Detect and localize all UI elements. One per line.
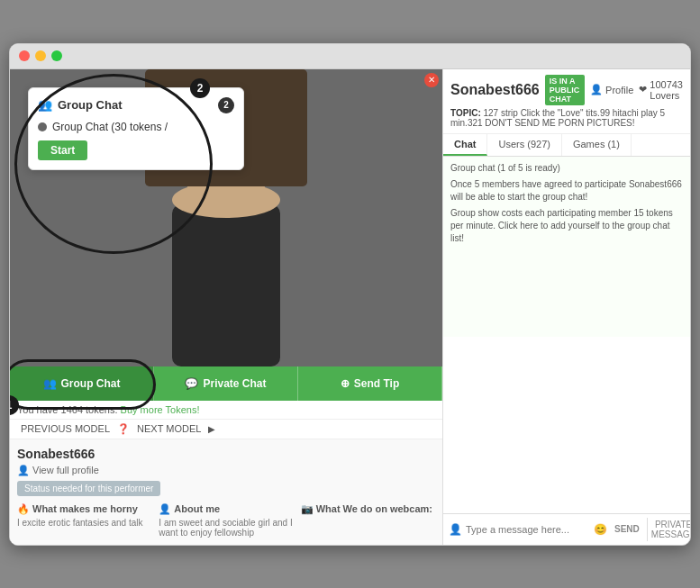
close-video-button[interactable]: ✕ — [424, 73, 439, 87]
view-profile[interactable]: 👤 View full profile — [17, 465, 435, 476]
send-tip-label: Send Tip — [354, 377, 399, 390]
overlay-title: 👥 Group Chat — [38, 98, 123, 112]
heart-icon: ❤ — [639, 84, 647, 95]
group-chat-icon: 👥 — [43, 377, 57, 390]
chat-area: Group chat (1 of 5 is ready) Once 5 memb… — [443, 157, 690, 337]
action-bar: 👥 Group Chat 💬 Private Chat ⊕ Send Tip 1 — [10, 366, 442, 401]
close-traffic-light[interactable] — [19, 50, 30, 61]
start-button[interactable]: Start — [38, 140, 87, 160]
send-tip-icon: ⊕ — [341, 377, 350, 390]
title-bar — [10, 44, 690, 69]
person-icon: 👤 — [17, 465, 30, 476]
right-panel: Sonabest666 IS IN A PUBLIC CHAT 👤 Profil… — [442, 69, 690, 545]
overlay-title-text: Group Chat — [58, 98, 123, 112]
buy-tokens-link[interactable]: Buy more Tokens! — [121, 404, 200, 415]
previous-model-link[interactable]: PREVIOUS MODEL — [21, 423, 110, 434]
group-chat-overlay: 👥 Group Chat 2 Group Chat (30 tokens / S… — [28, 87, 244, 170]
overlay-option: Group Chat (30 tokens / — [38, 121, 234, 133]
public-badge: IS IN A PUBLIC CHAT — [545, 75, 585, 105]
left-panel: ✕ 👥 Group Chat 2 Group Chat (30 tokens / — [10, 69, 442, 545]
token-count: You have 1464 tokens. — [17, 404, 118, 415]
group-chat-label: Group Chat — [61, 377, 121, 390]
tab-games[interactable]: Games (1) — [562, 134, 632, 156]
svg-point-3 — [172, 182, 280, 218]
token-bar: You have 1464 tokens. Buy more Tokens! — [10, 401, 442, 419]
tab-users[interactable]: Users (927) — [487, 134, 561, 156]
overlay-option-label: Group Chat (30 tokens / — [52, 121, 168, 133]
about-title: 👤 About me — [159, 503, 293, 515]
main-content: ✕ 👥 Group Chat 2 Group Chat (30 tokens / — [10, 69, 690, 545]
chat-message-2: Once 5 members have agreed to participat… — [450, 178, 683, 204]
person-icon-input: 👤 — [449, 523, 462, 536]
group-chat-button[interactable]: 👥 Group Chat — [10, 366, 154, 401]
private-chat-label: Private Chat — [203, 377, 266, 390]
profile-icon: 👤 — [590, 84, 603, 95]
webcam-col: 📷 What We do on webcam: — [301, 503, 435, 538]
next-model-link[interactable]: NEXT MODEL — [137, 423, 201, 434]
overlay-header: 👥 Group Chat 2 — [38, 97, 234, 113]
right-header: Sonabest666 IS IN A PUBLIC CHAT 👤 Profil… — [443, 69, 690, 134]
svg-rect-2 — [172, 204, 280, 366]
send-button[interactable]: SEND — [611, 522, 643, 536]
profile-link[interactable]: 👤 Profile — [590, 84, 633, 95]
topic-text: 127 strip Click the "Love" tits.99 hitac… — [450, 108, 665, 128]
chat-message-1: Group chat (1 of 5 is ready) — [450, 162, 683, 175]
chat-text-1: Group chat (1 of 5 is ready) — [450, 163, 560, 173]
private-chat-icon: 💬 — [185, 377, 198, 390]
topic-label: TOPIC: — [450, 108, 481, 118]
chat-input-bar: 👤 😊 SEND PRIVATE MESSAGE — [443, 513, 690, 545]
chat-text-3: Group show costs each participating memb… — [450, 208, 673, 243]
browser-window: ✕ 👥 Group Chat 2 Group Chat (30 tokens / — [9, 43, 691, 546]
group-icon: 👥 — [38, 98, 52, 112]
hobbies-col: 🔥 What makes me horny I excite erotic fa… — [17, 503, 151, 538]
annotation-number-2: 2 — [190, 78, 210, 98]
private-chat-button[interactable]: 💬 Private Chat — [154, 366, 298, 401]
maximize-traffic-light[interactable] — [51, 50, 62, 61]
chat-message-3: Group show costs each participating memb… — [450, 207, 683, 245]
fire-icon: 🔥 — [17, 503, 30, 515]
tabs-row: Chat Users (927) Games (1) — [443, 134, 690, 157]
info-grid: 🔥 What makes me horny I excite erotic fa… — [17, 503, 435, 538]
send-tip-button[interactable]: ⊕ Send Tip — [298, 366, 442, 401]
tab-chat[interactable]: Chat — [443, 134, 487, 156]
private-message-button[interactable]: PRIVATE MESSAGE — [647, 518, 691, 541]
model-username: Sonabest666 — [17, 447, 435, 461]
overlay-badge: 2 — [218, 97, 234, 113]
hobbies-title: 🔥 What makes me horny — [17, 503, 151, 515]
webcam-title: 📷 What We do on webcam: — [301, 503, 435, 515]
video-area: ✕ 👥 Group Chat 2 Group Chat (30 tokens / — [10, 69, 442, 366]
radio-dot — [38, 122, 47, 131]
chat-text-2: Once 5 members have agreed to participat… — [450, 179, 682, 202]
topic: TOPIC: 127 strip Click the "Love" tits.9… — [450, 108, 683, 128]
bottom-info: Sonabest666 👤 View full profile Status n… — [10, 439, 442, 545]
camera-icon: 📷 — [301, 503, 314, 515]
chat-spacer — [443, 337, 690, 513]
about-text: I am sweet and sociable girl and I want … — [159, 518, 293, 538]
minimize-traffic-light[interactable] — [35, 50, 46, 61]
about-col: 👤 About me I am sweet and sociable girl … — [159, 503, 293, 538]
person2-icon: 👤 — [159, 503, 171, 515]
view-profile-label: View full profile — [32, 465, 99, 475]
status-button[interactable]: Status needed for this performer — [17, 481, 160, 496]
hobbies-text: I excite erotic fantasies and talk — [17, 518, 151, 528]
username-line: Sonabest666 IS IN A PUBLIC CHAT 👤 Profil… — [450, 75, 683, 105]
lovers-count: ❤ 100743 Lovers — [639, 79, 683, 101]
nav-separator: ❓ — [117, 423, 130, 435]
next-arrow-icon: ▶ — [208, 424, 215, 434]
right-username: Sonabest666 — [450, 82, 540, 98]
emoji-icon: 😊 — [594, 523, 607, 536]
nav-bar: PREVIOUS MODEL ❓ NEXT MODEL ▶ — [10, 419, 442, 439]
chat-input[interactable] — [466, 524, 590, 535]
